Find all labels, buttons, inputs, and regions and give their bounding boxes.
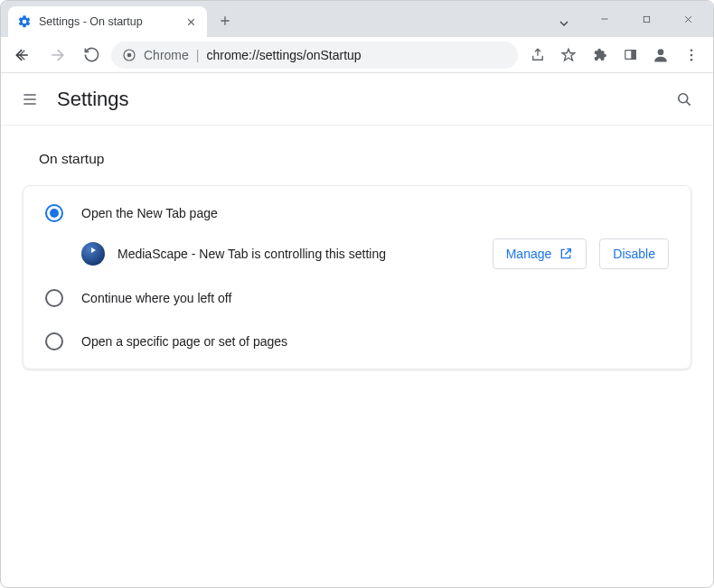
browser-toolbar: Chrome | chrome://settings/onStartup	[1, 37, 713, 73]
close-tab-button[interactable]	[183, 14, 198, 29]
search-button[interactable]	[673, 89, 695, 110]
section-title: On startup	[39, 151, 691, 167]
tab-title: Settings - On startup	[39, 15, 176, 28]
svg-rect-4	[631, 51, 634, 60]
new-tab-button[interactable]	[212, 8, 238, 33]
extension-icon	[81, 242, 105, 266]
svg-point-6	[691, 49, 693, 51]
extension-control-notice: MediaScape - New Tab is controlling this…	[81, 238, 669, 269]
disable-label: Disable	[613, 247, 655, 261]
startup-card: Open the New Tab page MediaScape - New T…	[23, 185, 691, 369]
chrome-icon	[122, 48, 136, 62]
svg-point-8	[691, 58, 693, 61]
option-label: Open the New Tab page	[81, 206, 218, 220]
svg-rect-0	[644, 16, 649, 22]
page-title: Settings	[57, 88, 129, 111]
gear-icon	[17, 14, 32, 29]
share-button[interactable]	[523, 41, 552, 70]
address-bar[interactable]: Chrome | chrome://settings/onStartup	[111, 42, 518, 69]
url-path: chrome://settings/onStartup	[206, 48, 361, 62]
close-window-button[interactable]	[668, 5, 708, 33]
radio-checked-icon	[45, 204, 63, 222]
manage-label: Manage	[506, 247, 552, 261]
back-button-arrow[interactable]	[8, 41, 37, 70]
open-external-icon	[559, 247, 573, 261]
tab-strip: Settings - On startup	[1, 1, 549, 37]
option-specific-pages[interactable]: Open a specific page or set of pages	[23, 320, 691, 363]
minimize-button[interactable]	[585, 5, 625, 33]
radio-unchecked-icon	[45, 289, 63, 307]
radio-unchecked-icon	[45, 332, 63, 350]
manage-button[interactable]: Manage	[493, 238, 587, 269]
disable-button[interactable]: Disable	[599, 238, 669, 269]
option-continue[interactable]: Continue where you left off	[23, 276, 691, 320]
forward-button[interactable]	[42, 41, 71, 70]
menu-button[interactable]	[677, 41, 706, 70]
window-controls	[579, 1, 713, 37]
menu-icon[interactable]	[19, 89, 41, 110]
option-label: Continue where you left off	[81, 291, 231, 305]
svg-point-2	[127, 52, 132, 57]
url-separator: |	[196, 48, 200, 62]
toolbar-actions	[523, 41, 706, 70]
browser-tab[interactable]: Settings - On startup	[8, 6, 207, 37]
maximize-button[interactable]	[626, 5, 666, 33]
svg-point-7	[691, 53, 693, 56]
controlled-text: MediaScape - New Tab is controlling this…	[117, 247, 480, 261]
settings-header: Settings	[1, 73, 713, 126]
side-panel-button[interactable]	[615, 41, 644, 70]
url-prefix: Chrome	[144, 48, 189, 62]
option-label: Open a specific page or set of pages	[81, 334, 287, 349]
tab-search-button[interactable]	[549, 10, 579, 37]
settings-content: On startup Open the New Tab page MediaSc…	[1, 126, 713, 395]
bookmark-button[interactable]	[554, 41, 583, 70]
profile-button[interactable]	[646, 41, 675, 70]
reload-button[interactable]	[77, 41, 106, 70]
extensions-button[interactable]	[585, 41, 614, 70]
option-open-new-tab[interactable]: Open the New Tab page	[23, 191, 691, 235]
svg-point-9	[679, 93, 688, 102]
svg-point-5	[658, 49, 664, 55]
window-titlebar: Settings - On startup	[1, 1, 713, 37]
